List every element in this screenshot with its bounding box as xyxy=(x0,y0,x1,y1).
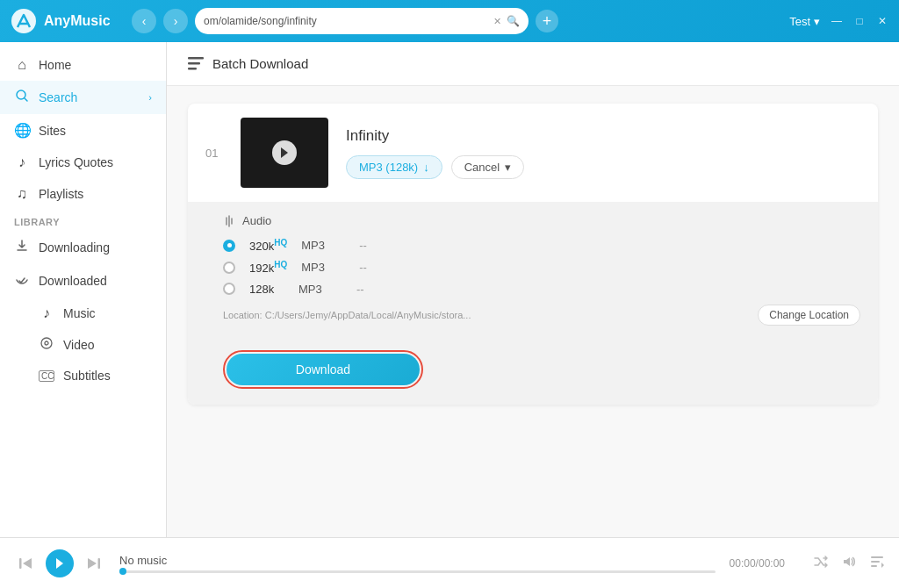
quality-section: Audio 320kHQ MP3 -- 192kHQ MP3 -- xyxy=(188,202,878,338)
svg-point-3 xyxy=(41,338,52,348)
title-right: Test ▾ — □ ✕ xyxy=(789,15,888,28)
svg-rect-11 xyxy=(871,561,880,563)
shuffle-icon[interactable] xyxy=(813,554,829,573)
sidebar-item-playlists[interactable]: ♫ Playlists xyxy=(0,178,166,210)
format-label: MP3 (128k) xyxy=(359,161,418,174)
sidebar-item-music[interactable]: ♪ Music xyxy=(0,298,166,329)
song-actions: MP3 (128k) ↓ Cancel ▾ xyxy=(346,155,860,179)
svg-line-2 xyxy=(25,98,27,101)
player-play-button[interactable] xyxy=(46,549,74,577)
sidebar-item-home-label: Home xyxy=(39,58,71,72)
quality-format-192k: MP3 xyxy=(301,261,345,274)
sidebar-item-playlists-label: Playlists xyxy=(39,187,83,201)
quality-size-128k: -- xyxy=(356,283,364,296)
add-tab-button[interactable]: + xyxy=(536,10,558,32)
quality-size-192k: -- xyxy=(359,261,367,274)
sidebar-item-music-label: Music xyxy=(63,306,96,320)
player-progress-bar[interactable] xyxy=(119,570,716,573)
next-track-button[interactable] xyxy=(83,552,105,575)
home-icon: ⌂ xyxy=(14,57,30,73)
address-bar: om/olamide/song/infinity ✕ 🔍 xyxy=(195,8,529,34)
sidebar-item-video[interactable]: Video xyxy=(0,329,166,361)
app-name: AnyMusic xyxy=(44,13,111,29)
download-section: Download xyxy=(188,338,878,405)
user-name: Test xyxy=(789,15,810,28)
svg-rect-12 xyxy=(871,565,877,567)
player-track-title: No music xyxy=(119,554,716,567)
sidebar-item-downloaded[interactable]: Downloaded xyxy=(0,264,166,298)
download-button-label: Download xyxy=(296,362,350,376)
sidebar-item-video-label: Video xyxy=(63,338,95,352)
audio-label: Audio xyxy=(242,214,271,227)
volume-icon[interactable] xyxy=(841,554,857,573)
change-location-label: Change Location xyxy=(769,309,849,321)
quality-row-128k: 128k MP3 -- xyxy=(223,283,860,296)
svg-rect-10 xyxy=(871,556,883,558)
quality-radio-128k[interactable] xyxy=(223,283,235,295)
format-select-button[interactable]: MP3 (128k) ↓ xyxy=(346,155,442,179)
sidebar-item-lyrics-label: Lyrics Quotes xyxy=(39,155,113,169)
sidebar-item-search-label: Search xyxy=(39,90,77,104)
batch-download-icon xyxy=(188,57,204,71)
player-right-controls xyxy=(813,554,885,573)
quality-format-320k: MP3 xyxy=(301,239,345,252)
svg-rect-5 xyxy=(188,57,204,60)
maximize-button[interactable]: □ xyxy=(853,15,866,27)
quality-radio-320k[interactable] xyxy=(223,240,235,252)
logo-icon xyxy=(11,8,37,34)
quality-radio-192k[interactable] xyxy=(223,262,235,274)
sidebar-item-home[interactable]: ⌂ Home xyxy=(0,49,166,81)
user-menu[interactable]: Test ▾ xyxy=(789,15,820,28)
song-info: Infinity MP3 (128k) ↓ Cancel ▾ xyxy=(346,127,860,179)
quality-value-192k: 192kHQ xyxy=(249,260,287,275)
svg-point-0 xyxy=(11,9,36,33)
cancel-label: Cancel xyxy=(464,161,500,174)
sidebar-item-lyrics[interactable]: ♪ Lyrics Quotes xyxy=(0,147,166,178)
sidebar-item-sites-label: Sites xyxy=(39,124,66,138)
player-controls xyxy=(14,549,105,577)
sidebar-item-sites[interactable]: 🌐 Sites xyxy=(0,114,166,147)
download-button[interactable]: Download xyxy=(227,354,420,385)
progress-indicator xyxy=(119,568,126,575)
cancel-button[interactable]: Cancel ▾ xyxy=(451,155,524,179)
batch-download-header: Batch Download xyxy=(167,42,899,86)
sidebar-item-downloaded-label: Downloaded xyxy=(39,274,107,288)
quality-value-320k: 320kHQ xyxy=(249,238,287,253)
svg-rect-9 xyxy=(98,558,101,569)
change-location-button[interactable]: Change Location xyxy=(758,305,860,326)
sidebar-item-search[interactable]: Search › xyxy=(0,81,166,114)
sidebar-item-downloading-label: Downloading xyxy=(39,240,110,255)
nav-back-button[interactable]: ‹ xyxy=(132,9,156,33)
main-layout: ⌂ Home Search › 🌐 Sites ♪ Lyrics Quotes … xyxy=(0,42,899,537)
title-bar: AnyMusic ‹ › om/olamide/song/infinity ✕ … xyxy=(0,0,899,42)
lyrics-icon: ♪ xyxy=(14,154,30,170)
address-text: om/olamide/song/infinity xyxy=(204,15,488,27)
song-thumbnail xyxy=(241,118,328,188)
nav-forward-button[interactable]: › xyxy=(163,9,188,33)
player-info: No music xyxy=(119,554,716,573)
tab-close-icon[interactable]: ✕ xyxy=(493,16,501,27)
library-section-label: Library xyxy=(0,210,166,231)
audio-section-header: Audio xyxy=(223,214,860,227)
address-search-icon[interactable]: 🔍 xyxy=(507,15,520,27)
cancel-chevron-icon: ▾ xyxy=(505,161,511,174)
audio-icon xyxy=(223,215,235,227)
sidebar-item-subtitles[interactable]: CC Subtitles xyxy=(0,361,166,391)
downloading-icon xyxy=(14,239,30,256)
sites-icon: 🌐 xyxy=(14,122,30,139)
sidebar-item-downloading[interactable]: Downloading xyxy=(0,231,166,264)
app-logo: AnyMusic xyxy=(11,8,125,34)
track-number: 01 xyxy=(205,147,223,160)
search-chevron-icon: › xyxy=(148,92,152,103)
quality-size-320k: -- xyxy=(359,239,367,252)
minimize-button[interactable]: — xyxy=(831,15,843,27)
downloaded-icon xyxy=(14,272,30,290)
queue-icon[interactable] xyxy=(869,554,885,573)
search-icon xyxy=(14,89,30,106)
prev-track-button[interactable] xyxy=(14,552,37,575)
video-icon xyxy=(39,337,54,353)
player-bar: No music 00:00/00:00 xyxy=(0,537,899,588)
thumbnail-play-button[interactable] xyxy=(272,140,297,165)
song-title: Infinity xyxy=(346,127,860,145)
close-button[interactable]: ✕ xyxy=(876,15,888,27)
